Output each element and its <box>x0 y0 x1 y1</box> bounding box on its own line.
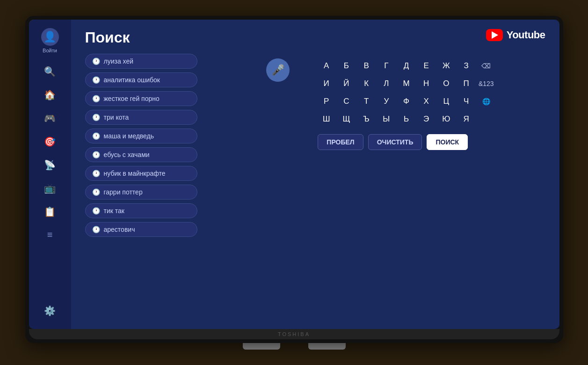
key-ц[interactable]: Ц <box>438 94 455 109</box>
space-button[interactable]: ПРОБЕЛ <box>318 134 363 150</box>
youtube-logo: Youtube <box>486 29 545 41</box>
key-empty <box>478 112 495 127</box>
youtube-icon <box>486 29 503 41</box>
key-я[interactable]: Я <box>457 112 475 127</box>
search-button[interactable]: ПОИСК <box>427 134 468 150</box>
signin-label[interactable]: Войти <box>43 48 57 53</box>
key-м[interactable]: М <box>398 76 415 91</box>
sidebar-item-target[interactable]: 🎯 <box>40 132 60 151</box>
history-icon: 🕐 <box>92 226 100 233</box>
key-б[interactable]: Б <box>338 58 355 73</box>
content-area: 🕐 луиза хей 🕐 аналитика ошибок 🕐 жесткое… <box>85 54 545 320</box>
key-т[interactable]: Т <box>358 94 375 109</box>
keyboard-area: 🎤 А Б В Г Д Е Ж <box>207 54 545 320</box>
youtube-play-triangle <box>492 31 498 39</box>
tv-brand: TOSHIBA <box>278 331 310 337</box>
key-э[interactable]: Э <box>418 112 435 127</box>
key-с[interactable]: С <box>338 94 355 109</box>
key-о[interactable]: О <box>438 76 455 91</box>
list-item[interactable]: 🕐 арестович <box>85 222 197 237</box>
keyboard-grid: А Б В Г Д Е Ж З ⌫ И <box>318 58 494 127</box>
list-item[interactable]: 🕐 нубик в майнкрафте <box>85 166 197 181</box>
settings-icon[interactable]: ⚙️ <box>40 301 60 321</box>
page-title: Поиск <box>85 29 545 46</box>
keyboard-actions: ПРОБЕЛ ОЧИСТИТЬ ПОИСК <box>318 134 494 150</box>
tv-foot-right <box>308 343 346 350</box>
key-г[interactable]: Г <box>377 58 395 73</box>
key-е[interactable]: Е <box>418 58 435 73</box>
key-и[interactable]: И <box>318 76 335 91</box>
sidebar-item-playlist[interactable]: 📋 <box>40 202 60 222</box>
list-item[interactable]: 🕐 луиза хей <box>85 54 197 69</box>
list-item[interactable]: 🕐 маша и медведь <box>85 129 197 143</box>
mic-button[interactable]: 🎤 <box>266 58 290 82</box>
sidebar-item-broadcast[interactable]: 📡 <box>40 155 60 175</box>
key-backspace[interactable]: ⌫ <box>478 58 495 73</box>
clear-button[interactable]: ОЧИСТИТЬ <box>368 134 422 150</box>
tv-foot-left <box>243 343 280 350</box>
key-щ[interactable]: Щ <box>338 112 355 127</box>
sidebar-user[interactable]: 👤 Войти <box>41 28 59 53</box>
suggestions-list: 🕐 луиза хей 🕐 аналитика ошибок 🕐 жесткое… <box>85 54 197 320</box>
history-icon: 🕐 <box>92 57 100 65</box>
key-л[interactable]: Л <box>377 76 395 91</box>
history-icon: 🕐 <box>92 151 100 158</box>
history-icon: 🕐 <box>92 114 100 121</box>
youtube-label: Youtube <box>507 29 545 41</box>
history-icon: 🕐 <box>92 76 100 84</box>
history-icon: 🕐 <box>92 170 100 177</box>
key-з[interactable]: З <box>457 58 475 73</box>
key-й[interactable]: Й <box>338 76 355 91</box>
list-item[interactable]: 🕐 гарри поттер <box>85 185 197 200</box>
list-item[interactable]: 🕐 тик так <box>85 203 197 218</box>
key-ь[interactable]: Ь <box>398 112 415 127</box>
list-item[interactable]: 🕐 ебусь с хачами <box>85 147 197 162</box>
sidebar-item-search[interactable]: 🔍 <box>40 62 60 81</box>
main-content: Youtube Поиск 🕐 луиза хей 🕐 аналитика ош… <box>71 20 559 329</box>
sidebar-item-home[interactable]: 🏠 <box>40 85 60 105</box>
tv-screen: 👤 Войти 🔍 🏠 🎮 🎯 📡 📺 📋 ≡ ⚙️ <box>29 20 559 329</box>
key-а[interactable]: А <box>318 58 335 73</box>
key-language[interactable]: 🌐 <box>478 94 495 109</box>
key-ш[interactable]: Ш <box>318 112 335 127</box>
history-icon: 🕐 <box>92 188 100 196</box>
sidebar: 👤 Войти 🔍 🏠 🎮 🎯 📡 📺 📋 ≡ ⚙️ <box>29 20 71 329</box>
history-icon: 🕐 <box>92 207 100 215</box>
key-п[interactable]: П <box>457 76 475 91</box>
sidebar-item-games[interactable]: 🎮 <box>40 108 60 128</box>
tv-outer: 👤 Войти 🔍 🏠 🎮 🎯 📡 📺 📋 ≡ ⚙️ <box>25 16 563 343</box>
key-к[interactable]: К <box>358 76 375 91</box>
tv-bezel-bottom: TOSHIBA <box>29 329 559 339</box>
key-ю[interactable]: Ю <box>438 112 455 127</box>
key-ч[interactable]: Ч <box>457 94 475 109</box>
sidebar-item-menu[interactable]: ≡ <box>40 225 60 245</box>
list-item[interactable]: 🕐 три кота <box>85 110 197 125</box>
key-д[interactable]: Д <box>398 58 415 73</box>
tv-stand-feet <box>243 343 346 350</box>
key-ж[interactable]: Ж <box>438 58 455 73</box>
key-ы[interactable]: Ы <box>377 112 395 127</box>
history-icon: 🕐 <box>92 95 100 102</box>
key-ф[interactable]: Ф <box>398 94 415 109</box>
history-icon: 🕐 <box>92 132 100 140</box>
key-н[interactable]: Н <box>418 76 435 91</box>
key-в[interactable]: В <box>358 58 375 73</box>
key-у[interactable]: У <box>377 94 395 109</box>
key-р[interactable]: Р <box>318 94 335 109</box>
avatar: 👤 <box>41 28 59 46</box>
sidebar-item-tv[interactable]: 📺 <box>40 179 60 198</box>
list-item[interactable]: 🕐 аналитика ошибок <box>85 72 197 87</box>
key-numbers[interactable]: &123 <box>478 76 495 91</box>
list-item[interactable]: 🕐 жесткое гей порно <box>85 91 197 106</box>
key-х[interactable]: Х <box>418 94 435 109</box>
key-ъ[interactable]: Ъ <box>358 112 375 127</box>
